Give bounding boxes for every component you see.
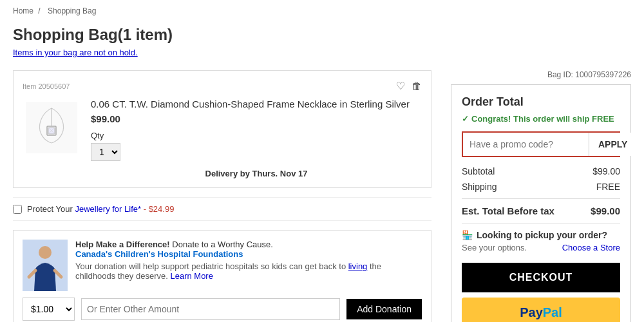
item-details: 0.06 CT. T.W. Diamond Cushion-Shaped Fra… <box>91 99 422 178</box>
order-total-title: Order Total <box>462 95 620 109</box>
left-column: Item 20505607 ♡ 🗑 <box>13 70 431 322</box>
breadcrumb: Home / Shopping Bag <box>13 6 631 15</box>
donation-top: Help Make a Difference! Donate to a Wort… <box>23 240 422 291</box>
protect-row: Protect Your Jewellery for Life* - $24.9… <box>13 197 431 221</box>
subtotal-line: Subtotal $99.00 <box>462 166 620 176</box>
promo-row: APPLY <box>462 131 620 157</box>
choose-store-link[interactable]: Choose a Store <box>562 243 620 252</box>
wishlist-button[interactable]: ♡ <box>396 80 405 92</box>
donation-org: Canada's Children's Hospital Foundations <box>75 249 422 259</box>
item-header: Item 20505607 ♡ 🗑 <box>23 80 422 92</box>
qty-label: Qty <box>91 131 422 140</box>
page-title: Shopping Bag(1 item) <box>13 26 631 44</box>
svg-point-7 <box>39 246 52 259</box>
donation-learn-more[interactable]: Learn More <box>170 271 213 281</box>
breadcrumb-current: Shopping Bag <box>48 6 96 15</box>
hold-notice: Items in your bag are not on hold. <box>13 48 631 57</box>
donation-text: Help Make a Difference! Donate to a Wort… <box>75 240 422 281</box>
amount-select[interactable]: $1.00 $2.00 $5.00 $10.00 <box>23 298 74 320</box>
store-icon: 🏪 <box>462 230 473 240</box>
est-total-line: Est. Total Before tax $99.00 <box>462 205 620 216</box>
amount-select-wrap: $1.00 $2.00 $5.00 $10.00 <box>23 298 75 321</box>
shipping-label: Shipping <box>462 182 497 192</box>
paypal-logo: PayPal <box>520 305 562 320</box>
free-ship-notice: ✓ Congrats! This order will ship FREE <box>462 114 620 124</box>
other-amount-input[interactable] <box>81 298 340 320</box>
item-price: $99.00 <box>91 113 422 124</box>
protect-text: Protect Your Jewellery for Life* - $24.9… <box>27 204 174 214</box>
breadcrumb-separator: / <box>38 6 40 15</box>
apply-button[interactable]: APPLY <box>589 133 636 156</box>
donation-image <box>23 240 68 291</box>
shipping-value: FREE <box>596 182 620 192</box>
protect-checkbox[interactable] <box>13 205 22 214</box>
item-image <box>23 99 80 156</box>
qty-select[interactable]: 1 2 3 4 5 <box>91 143 120 161</box>
donation-card: Help Make a Difference! Donate to a Wort… <box>13 230 431 322</box>
subtotal-value: $99.00 <box>592 166 620 176</box>
delivery-date: Delivery by Thurs. Nov 17 <box>91 169 422 178</box>
donation-living-link[interactable]: living <box>348 261 368 271</box>
donation-bottom: $1.00 $2.00 $5.00 $10.00 Add Donation <box>23 298 422 321</box>
item-card: Item 20505607 ♡ 🗑 <box>13 70 431 188</box>
order-total-box: Order Total ✓ Congrats! This order will … <box>451 84 631 322</box>
checkout-button[interactable]: CHECKOUT <box>462 263 620 292</box>
right-column: Bag ID: 1000795397226 Order Total ✓ Cong… <box>451 70 631 322</box>
subtotal-label: Subtotal <box>462 166 495 176</box>
protect-link[interactable]: Jewellery for Life* <box>75 204 141 214</box>
protect-price: - $24.99 <box>144 204 175 214</box>
shipping-line: Shipping FREE <box>462 182 620 192</box>
item-body: 0.06 CT. T.W. Diamond Cushion-Shaped Fra… <box>23 99 422 178</box>
divider2 <box>462 223 620 223</box>
remove-button[interactable]: 🗑 <box>412 80 422 92</box>
est-total-value: $99.00 <box>591 205 620 216</box>
bag-id: Bag ID: 1000795397226 <box>451 70 631 79</box>
divider <box>462 198 620 199</box>
donation-body: Your donation will help support pediatri… <box>75 261 422 281</box>
breadcrumb-home[interactable]: Home <box>13 6 33 15</box>
paypal-button[interactable]: PayPal <box>462 298 620 322</box>
promo-input[interactable] <box>463 133 589 156</box>
item-id: Item 20505607 <box>23 82 70 90</box>
pickup-subtext: See your options. Choose a Store <box>462 243 620 252</box>
pickup-header: 🏪 Looking to pickup your order? <box>462 230 620 240</box>
item-action-icons: ♡ 🗑 <box>396 80 422 92</box>
donation-headline: Help Make a Difference! Donate to a Wort… <box>75 240 422 249</box>
add-donation-button[interactable]: Add Donation <box>346 299 422 319</box>
check-icon: ✓ <box>462 114 469 124</box>
pickup-section: 🏪 Looking to pickup your order? See your… <box>462 230 620 252</box>
est-total-label: Est. Total Before tax <box>462 205 554 216</box>
item-name: 0.06 CT. T.W. Diamond Cushion-Shaped Fra… <box>91 99 422 109</box>
